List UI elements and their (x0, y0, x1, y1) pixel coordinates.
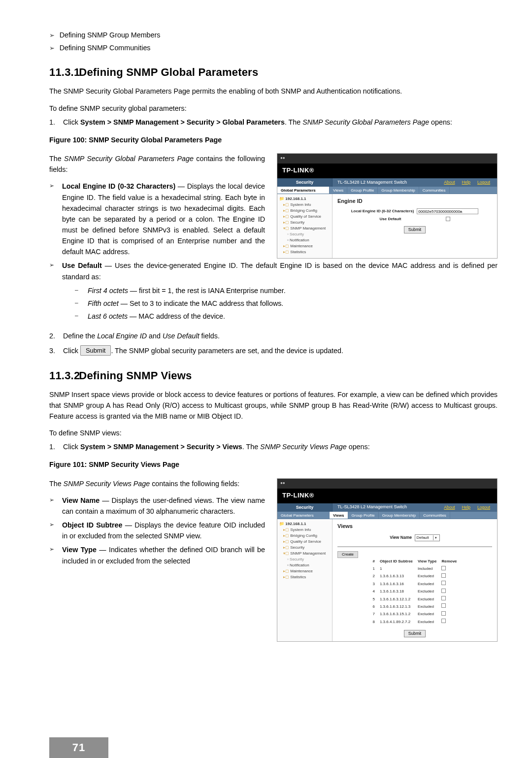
logo: TP-LINK® (277, 164, 497, 178)
step-item: Click System > SNMP Management > Securit… (49, 117, 498, 128)
to-define: To define SNMP security global parameter… (49, 103, 498, 114)
section-title: Defining SNMP Global Parameters (79, 66, 258, 78)
figure-caption: Figure 101: SNMP Security Views Page (49, 459, 498, 470)
table-row: 41.3.6.1.6.3.18Excluded (370, 588, 459, 595)
section-number: 11.3.1 (49, 64, 76, 81)
table-row: 11Included (370, 565, 459, 573)
figure-caption: Figure 100: SNMP Security Global Paramet… (49, 134, 498, 145)
window-dots-icon: ●● (280, 480, 285, 486)
section-desc: SNMP Insert space views provide or block… (49, 389, 498, 422)
table-row: 81.3.6.4.1.89.2.7.2Excluded (370, 618, 459, 626)
remove-checkbox[interactable] (441, 619, 446, 623)
section-number: 11.3.2 (49, 367, 76, 384)
steps-list-cont: Define the Local Engine ID and Use Defau… (49, 330, 498, 356)
table-row: 71.3.6.1.6.3.15.1.2Excluded (370, 611, 459, 618)
remove-checkbox[interactable] (441, 566, 446, 570)
remove-checkbox[interactable] (441, 603, 446, 608)
submit-button[interactable]: Submit (404, 630, 426, 637)
field-item: Object ID Subtree — Displays the device … (49, 520, 498, 541)
table-row: 51.3.6.1.6.3.12.1.2Excluded (370, 595, 459, 603)
table-row: 31.3.6.1.6.3.16Excluded (370, 580, 459, 588)
views-table: # Object ID Subtree View Type Remove 11I… (370, 558, 459, 626)
remove-checkbox[interactable] (441, 596, 446, 600)
remove-checkbox[interactable] (441, 573, 446, 578)
field-item: View Type — Indicates whether the define… (49, 544, 498, 566)
intro-item: Defining SNMP Communities (49, 42, 498, 53)
remove-checkbox[interactable] (441, 589, 446, 593)
steps-list: Click System > SNMP Management > Securit… (49, 441, 498, 452)
remove-checkbox[interactable] (441, 611, 446, 616)
table-row: 61.3.6.1.6.3.12.1.3Excluded (370, 603, 459, 610)
remove-checkbox[interactable] (441, 581, 446, 585)
section-title: Defining SNMP Views (79, 369, 192, 382)
intro-bullet-list: Defining SNMP Group Members Defining SNM… (49, 30, 498, 53)
field-item: View Name — Displays the user-defined vi… (49, 495, 498, 517)
to-define: To define SNMP views: (49, 428, 498, 438)
step-item: Click Submit. The SNMP global security p… (49, 345, 498, 356)
field-item: Local Engine ID (0-32 Characters) — Disp… (49, 181, 498, 257)
steps-list: Click System > SNMP Management > Securit… (49, 117, 498, 128)
table-row: 21.3.6.1.6.3.13Excluded (370, 573, 459, 580)
window-dots-icon: ●● (280, 155, 285, 161)
field-item: Use Default — Uses the device-generated … (49, 260, 498, 322)
submit-inline-button[interactable]: Submit (80, 345, 111, 356)
page-number: 71 (49, 737, 108, 758)
step-item: Define the Local Engine ID and Use Defau… (49, 330, 498, 341)
intro-item: Defining SNMP Group Members (49, 30, 498, 40)
step-item: Click System > SNMP Management > Securit… (49, 441, 498, 452)
field-bullets: Local Engine ID (0-32 Characters) — Disp… (49, 181, 498, 322)
section-desc: The SNMP Security Global Parameters Page… (49, 86, 498, 97)
field-bullets: View Name — Displays the user-defined vi… (49, 495, 498, 566)
section-heading: 11.3.2 Defining SNMP Views (49, 367, 498, 384)
section-heading: 11.3.1 Defining SNMP Global Parameters (49, 64, 498, 81)
